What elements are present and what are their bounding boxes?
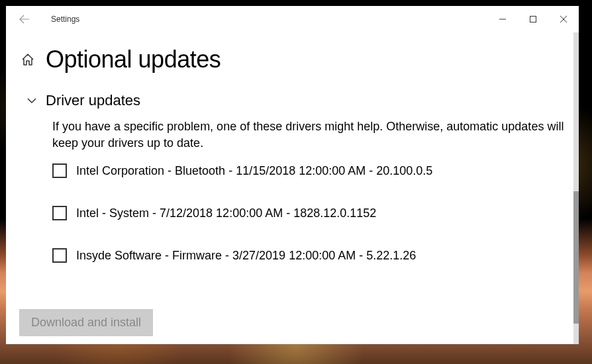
update-label: Intel - System - 7/12/2018 12:00:00 AM -… xyxy=(76,206,376,220)
settings-window: Settings Optional updates xyxy=(6,6,579,344)
close-icon xyxy=(560,16,567,23)
update-label: Intel Corporation - Bluetooth - 11/15/20… xyxy=(76,164,432,178)
page-header: Optional updates xyxy=(21,46,566,73)
update-item: Intel - System - 7/12/2018 12:00:00 AM -… xyxy=(52,206,566,220)
close-button[interactable] xyxy=(548,6,579,32)
home-icon xyxy=(21,52,35,67)
update-item: Insyde Software - Firmware - 3/27/2019 1… xyxy=(52,248,566,263)
chevron-down-icon xyxy=(27,96,36,105)
download-install-button[interactable]: Download and install xyxy=(19,309,153,336)
driver-updates-header[interactable]: Driver updates xyxy=(27,92,566,109)
scrollbar-track[interactable] xyxy=(573,32,579,344)
titlebar: Settings xyxy=(6,6,579,32)
page-title: Optional updates xyxy=(46,46,221,73)
update-label: Insyde Software - Firmware - 3/27/2019 1… xyxy=(76,249,416,263)
window-title: Settings xyxy=(51,15,79,24)
update-checkbox[interactable] xyxy=(52,248,67,263)
section-body: If you have a specific problem, one of t… xyxy=(52,118,566,263)
home-button[interactable] xyxy=(21,52,35,67)
update-checkbox[interactable] xyxy=(52,206,67,220)
section-title: Driver updates xyxy=(46,92,140,109)
maximize-button[interactable] xyxy=(518,6,548,32)
update-item: Intel Corporation - Bluetooth - 11/15/20… xyxy=(52,163,566,178)
window-controls xyxy=(487,6,579,32)
back-button[interactable] xyxy=(18,13,31,26)
minimize-button[interactable] xyxy=(487,6,518,32)
scrollbar-thumb[interactable] xyxy=(573,191,579,324)
content-area: Optional updates Driver updates If you h… xyxy=(6,32,579,344)
section-description: If you have a specific problem, one of t… xyxy=(52,118,566,152)
svg-rect-1 xyxy=(530,17,536,23)
update-checkbox[interactable] xyxy=(52,163,67,178)
minimize-icon xyxy=(499,16,506,23)
maximize-icon xyxy=(530,16,536,23)
back-arrow-icon xyxy=(19,15,30,24)
